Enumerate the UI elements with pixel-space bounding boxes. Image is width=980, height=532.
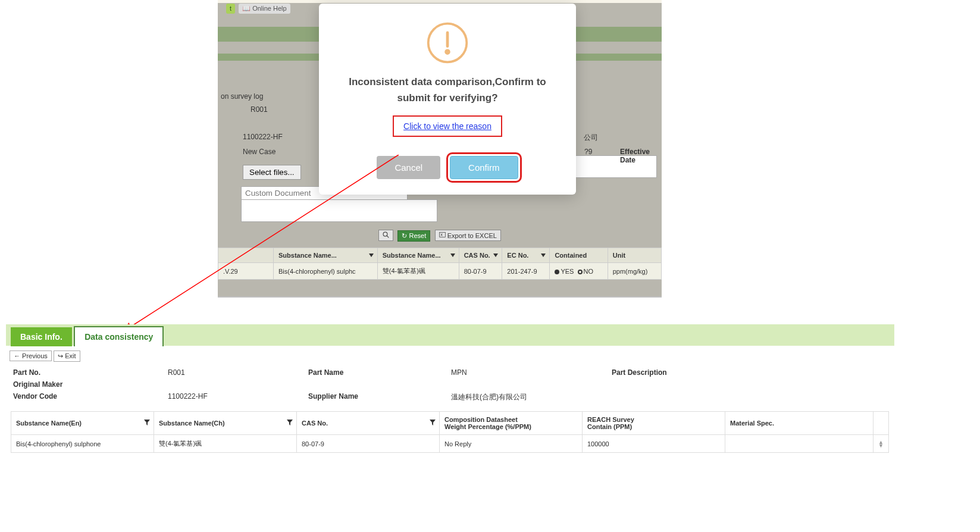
view-reason-link[interactable]: Click to view the reason [403,121,491,131]
cell-spec [725,435,873,453]
consistency-table: Substance Name(En) Substance Name(Ch) CA… [11,411,889,453]
action-row: ↻ Reset Export to EXCEL [218,230,662,245]
status-value: New Case [243,148,275,156]
svg-line-1 [387,236,389,237]
cell-cas: 80-07-9 [297,435,440,453]
top-section: t 📖 Online Help on survey log R001 11002… [0,0,980,309]
part-name-label: Part Name [308,368,451,377]
effective-date-label: Effective Date [620,148,662,164]
cell-ec: 201-247-9 [502,263,550,280]
cell-cas: 80-07-9 [459,263,502,280]
description-textarea[interactable] [241,199,437,222]
part-details: Part No. R001 Part Name MPN Part Descrip… [13,367,887,404]
reset-button[interactable]: ↻ Reset [397,230,430,242]
col-unit[interactable]: Unit [608,248,661,263]
filter-icon[interactable] [450,254,455,257]
date-suffix: ?9 [584,148,592,156]
company-suffix: 公司 [584,133,598,143]
online-help-button[interactable]: 📖 Online Help [239,4,290,14]
part-name-value: MPN [451,368,612,377]
cell-ch: 雙(4-氯苯基)碸 [377,263,459,280]
tabs-row: Basic Info. Data consistency [6,324,894,346]
warning-icon [425,20,470,65]
filter-icon[interactable] [430,420,436,427]
previous-button[interactable]: ← Previous [10,351,52,361]
cell-version: .V.29 [218,263,274,280]
cell-comp: No Reply [440,435,583,453]
supplier-name-value: 溫廸科技(合肥)有限公司 [451,392,612,402]
radio-yes[interactable] [555,270,559,274]
select-files-button[interactable]: Select files... [243,165,301,180]
vendor-code-value: 1100222-HF [168,392,308,402]
code-value: 1100222-HF [243,133,283,141]
col-substance-en[interactable]: Substance Name(En) [11,412,154,435]
col-cas-no[interactable]: CAS No. [297,412,440,435]
nav-buttons: ← Previous ↪ Exit [10,351,891,362]
svg-point-5 [446,51,449,54]
scroll-down-icon[interactable]: ▼ [878,444,884,447]
scroll-control[interactable]: ▲▼ [873,435,889,453]
confirm-modal: Inconsistent data comparison,Confirm to … [319,4,576,195]
col-cas[interactable]: CAS No. [459,248,502,263]
cell-sub-en: Bis(4-chlorophenyl) sulphone [11,435,154,453]
toolbar-btn-t[interactable]: t [226,4,235,14]
part-no-label: Part No. [13,368,168,377]
col-substance-ch[interactable]: Substance Name(Ch) [154,412,297,435]
tab-basic-info[interactable]: Basic Info. [11,327,72,346]
orig-maker-label: Original Maker [13,380,168,389]
svg-rect-2 [439,232,445,237]
modal-title: Inconsistent data comparison,Confirm to … [333,74,562,106]
filter-icon[interactable] [493,254,498,257]
col-sub-en[interactable]: Substance Name... [274,248,378,263]
lower-section: Basic Info. Data consistency ← Previous … [6,324,894,453]
supplier-name-label: Supplier Name [308,392,451,402]
cell-contained[interactable]: YES NO [550,263,608,280]
table-row: .V.29 Bis(4-chlorophenyl) sulphc 雙(4-氯苯基… [218,263,662,280]
col-contained[interactable]: Contained [550,248,608,263]
filter-icon[interactable] [144,420,150,427]
survey-log-label: on survey log [221,92,263,101]
cell-unit: ppm(mg/kg) [608,263,661,280]
table-row: Bis(4-chlorophenyl) sulphone 雙(4-氯苯基)碸 8… [11,435,889,453]
exit-button[interactable]: ↪ Exit [54,351,80,362]
col-sub-ch[interactable]: Substance Name... [377,248,459,263]
col-reach[interactable]: REACH SurveyContain (PPM) [583,412,725,435]
cell-en: Bis(4-chlorophenyl) sulphc [274,263,378,280]
tab-data-consistency[interactable]: Data consistency [74,326,164,346]
part-no-value: R001 [168,368,308,377]
r001-value: R001 [251,105,268,114]
part-desc-label: Part Description [612,368,667,377]
col-material-spec[interactable]: Material Spec. [725,412,873,435]
scroll-header [873,412,889,435]
filter-icon[interactable] [541,254,546,257]
modal-link-highlight: Click to view the reason [393,115,502,137]
cell-reach: 100000 [583,435,725,453]
radio-no[interactable] [578,270,583,274]
filter-icon[interactable] [369,254,374,257]
back-substance-table: Substance Name... Substance Name... CAS … [218,248,662,280]
col-ec[interactable]: EC No. [502,248,550,263]
confirm-button[interactable]: Confirm [450,156,518,179]
export-excel-button[interactable]: Export to EXCEL [435,230,501,241]
col-version[interactable] [218,248,274,263]
col-composition[interactable]: Composition DatasheetWeight Percentage (… [440,412,583,435]
cell-sub-ch: 雙(4-氯苯基)碸 [154,435,297,453]
search-icon-button[interactable] [378,230,393,241]
cancel-button[interactable]: Cancel [377,156,440,179]
filter-icon[interactable] [287,420,293,427]
modal-buttons: Cancel Confirm [333,156,562,179]
toolbar: t 📖 Online Help [226,4,290,14]
vendor-code-label: Vendor Code [13,392,168,402]
